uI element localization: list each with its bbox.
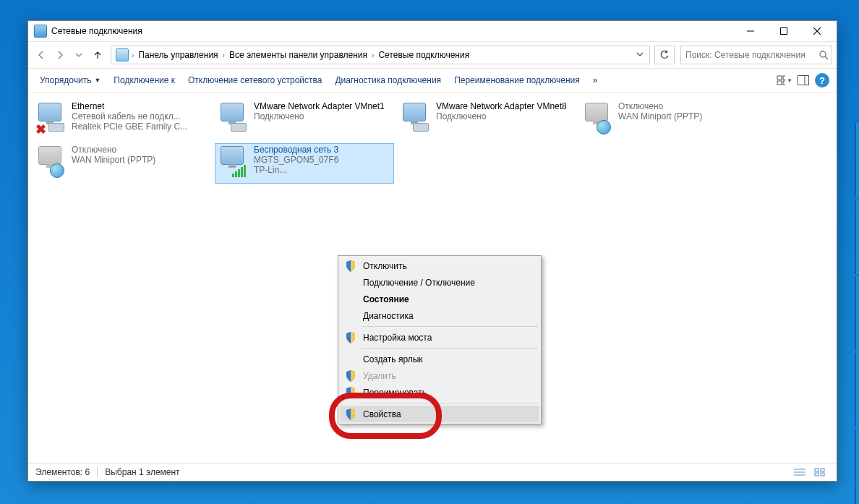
connection-name: VMware Network Adapter VMnet8: [436, 101, 573, 111]
svg-point-4: [820, 51, 826, 57]
breadcrumb[interactable]: › Панель управления › Все элементы панел…: [111, 46, 650, 64]
preview-pane-button[interactable]: [795, 72, 812, 89]
svg-rect-15: [815, 469, 819, 471]
connection-ssid: MGTS_GPON5_07F6: [254, 155, 391, 165]
search-input[interactable]: [684, 49, 816, 61]
menu-item-label: Подключение / Отключение: [363, 278, 475, 288]
view-options-button[interactable]: ▼: [776, 72, 793, 89]
svg-rect-17: [815, 473, 819, 476]
svg-line-5: [825, 56, 828, 59]
recent-locations-button[interactable]: [70, 46, 87, 64]
breadcrumb-item-1[interactable]: Все элементы панели управления: [225, 46, 372, 64]
menu-item-label: Отключить: [363, 261, 407, 271]
menu-item-label: Переименовать: [363, 388, 427, 398]
menu-item-label: Удалить: [363, 371, 396, 381]
connection-device: TP-Lin...: [254, 165, 391, 175]
window-buttons: [734, 21, 834, 41]
up-button[interactable]: [89, 46, 106, 64]
wifi-signal-icon: [232, 165, 246, 177]
disable-device-button[interactable]: Отключение сетевого устройства: [182, 72, 328, 88]
svg-rect-7: [783, 76, 785, 80]
address-dropdown-button[interactable]: [632, 50, 648, 60]
content-area: ✖ Ethernet Сетевой кабель не подкл... Re…: [28, 93, 837, 463]
desktop-edge-tiles: [855, 123, 859, 504]
details-view-button[interactable]: [790, 465, 809, 479]
menu-item-label: Состояние: [363, 294, 409, 304]
connection-name: Ethernet: [72, 101, 209, 111]
refresh-button[interactable]: [654, 46, 675, 64]
connection-status: Сетевой кабель не подкл...: [72, 111, 209, 121]
network-adapter-icon: [582, 101, 614, 133]
window-title: Сетевые подключения: [51, 26, 734, 36]
connection-item-vmnet1[interactable]: VMware Network Adapter VMnet1 Подключено: [215, 100, 394, 140]
svg-rect-1: [781, 28, 787, 35]
uac-shield-icon: [346, 260, 356, 272]
minimize-button[interactable]: [734, 21, 767, 41]
context-menu: ОтключитьПодключение / ОтключениеСостоян…: [338, 255, 542, 424]
forward-button[interactable]: [51, 46, 69, 64]
menu-item-11[interactable]: Свойства: [340, 406, 539, 422]
menu-separator: [362, 326, 538, 327]
search-box[interactable]: [680, 46, 832, 64]
maximize-button[interactable]: [767, 21, 800, 41]
nav-row: › Панель управления › Все элементы панел…: [28, 42, 837, 69]
connection-name: Беспроводная сеть 3: [254, 145, 391, 155]
menu-item-label: Настройка моста: [363, 333, 432, 343]
menu-separator: [362, 348, 538, 349]
uac-shield-icon: [346, 370, 356, 382]
status-bar: Элементов: 6 Выбран 1 элемент: [28, 463, 837, 481]
network-connections-window: Сетевые подключения ›: [27, 20, 837, 482]
menu-item-7[interactable]: Создать ярлык: [340, 351, 539, 367]
menu-item-5[interactable]: Настройка моста: [340, 329, 539, 346]
help-button[interactable]: ?: [813, 72, 831, 89]
menu-item-label: Диагностика: [363, 311, 414, 321]
search-icon: [819, 50, 829, 60]
organize-button[interactable]: Упорядочить▼: [34, 72, 106, 88]
menu-item-9[interactable]: Переименовать: [340, 384, 539, 401]
connection-item-vmnet8[interactable]: VMware Network Adapter VMnet8 Подключено: [397, 100, 576, 140]
menu-item-3[interactable]: Диагностика: [340, 307, 539, 324]
svg-rect-16: [821, 469, 824, 471]
connection-status: Подключено: [254, 111, 391, 121]
network-adapter-icon: [218, 101, 249, 133]
connection-name: VMware Network Adapter VMnet1: [254, 101, 391, 111]
connection-item-wan-1[interactable]: Отключено WAN Miniport (PPTP): [579, 100, 758, 140]
menu-item-8: Удалить: [340, 367, 539, 384]
uac-shield-icon: [346, 387, 356, 398]
connection-status: Отключено: [618, 101, 756, 111]
connection-device: WAN Miniport (PPTP): [72, 155, 209, 165]
back-button[interactable]: [33, 46, 50, 64]
menu-item-2[interactable]: Состояние: [340, 291, 539, 307]
rename-button[interactable]: Переименование подключения: [448, 72, 586, 88]
menu-item-1[interactable]: Подключение / Отключение: [340, 274, 539, 291]
connection-item-wifi[interactable]: Беспроводная сеть 3 MGTS_GPON5_07F6 TP-L…: [215, 143, 394, 184]
menu-item-0[interactable]: Отключить: [340, 257, 539, 274]
connect-to-button[interactable]: Подключение к: [108, 72, 181, 88]
status-count: Элементов: 6: [35, 467, 90, 477]
svg-rect-18: [821, 473, 824, 476]
status-selected: Выбран 1 элемент: [105, 467, 179, 477]
more-commands-button[interactable]: »: [587, 72, 604, 88]
connection-item-wan-2[interactable]: Отключено WAN Miniport (PPTP): [33, 143, 212, 184]
connection-device: WAN Miniport (PPTP): [618, 111, 756, 121]
connection-status: Подключено: [436, 111, 573, 121]
diagnose-button[interactable]: Диагностика подключения: [329, 72, 447, 88]
breadcrumb-item-2[interactable]: Сетевые подключения: [374, 46, 474, 64]
items-view[interactable]: ✖ Ethernet Сетевой кабель не подкл... Re…: [31, 98, 834, 185]
large-icons-view-button[interactable]: [811, 465, 829, 479]
network-adapter-icon: [35, 145, 67, 176]
command-bar: Упорядочить▼ Подключение к Отключение се…: [28, 69, 837, 93]
svg-rect-6: [777, 76, 782, 80]
breadcrumb-item-0[interactable]: Панель управления: [134, 46, 222, 64]
breadcrumb-icon: [116, 48, 129, 61]
svg-rect-10: [798, 76, 809, 85]
menu-separator: [362, 403, 538, 403]
network-adapter-icon: ✖: [35, 101, 67, 133]
connection-status: Отключено: [72, 145, 209, 155]
uac-shield-icon: [346, 332, 356, 343]
close-button[interactable]: [800, 21, 834, 41]
menu-item-label: Свойства: [363, 409, 401, 419]
app-icon: [34, 25, 47, 38]
connection-item-ethernet[interactable]: ✖ Ethernet Сетевой кабель не подкл... Re…: [33, 100, 212, 140]
network-adapter-icon: [400, 101, 432, 133]
